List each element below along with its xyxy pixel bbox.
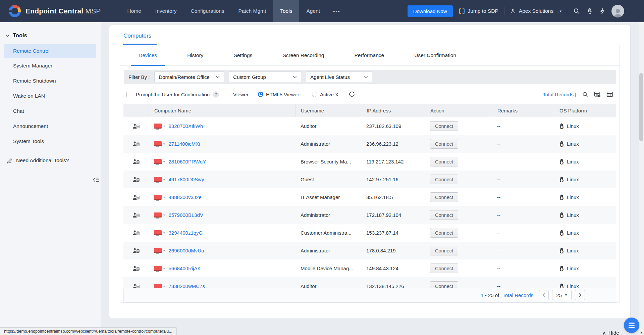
filter-select-custom-group[interactable]: Custom Group <box>229 71 301 82</box>
prev-page-button[interactable] <box>539 290 549 300</box>
nav-item-inventory[interactable]: Inventory <box>148 0 184 22</box>
monitor-dropdown-caret-icon[interactable]: ▾ <box>163 231 165 235</box>
remote-monitor-icon[interactable] <box>154 266 162 271</box>
tab-performance[interactable]: Performance <box>339 45 399 65</box>
radio-unselected-icon <box>312 92 317 97</box>
nav-item-configurations[interactable]: Configurations <box>184 0 231 22</box>
hide-control[interactable]: ∧ Hide <box>602 330 619 335</box>
nav-item-agent[interactable]: Agent <box>299 0 327 22</box>
table-search-icon[interactable] <box>582 91 588 98</box>
nav-item-patch-mgmt[interactable]: Patch Mgmt <box>231 0 273 22</box>
viewer-option-html5-viewer[interactable]: HTML5 Viewer <box>258 92 299 97</box>
computer-name-link[interactable]: 8328700XIkWh <box>169 123 203 129</box>
lightning-icon[interactable] <box>599 7 606 15</box>
filter-select-agent-live-status[interactable]: Agent Live Status <box>306 71 372 82</box>
nav-item-tools[interactable]: Tools <box>273 0 299 22</box>
computer-name-link[interactable]: 3294400z1qyG <box>169 230 203 236</box>
need-additional-tools-link[interactable]: Need Additional Tools? <box>0 157 101 163</box>
connect-button[interactable]: Connect <box>430 175 458 184</box>
computer-name-link[interactable]: 7338200wMC7s <box>169 283 205 288</box>
remote-monitor-icon[interactable] <box>154 212 162 218</box>
prompt-user-checkbox[interactable] <box>126 92 132 97</box>
table-row: ▾2711400icMXiAdministrator236.96.223.12C… <box>123 135 616 153</box>
ip-address-cell: 236.96.223.12 <box>361 135 425 153</box>
monitor-dropdown-caret-icon[interactable]: ▾ <box>163 249 165 252</box>
connect-button[interactable]: Connect <box>430 157 458 166</box>
remote-monitor-icon[interactable] <box>154 248 162 253</box>
next-page-button[interactable] <box>575 290 585 300</box>
refresh-icon[interactable] <box>348 91 355 98</box>
table-view-icon[interactable] <box>606 91 613 98</box>
whats-new-rocket-icon[interactable] <box>586 7 593 15</box>
remote-monitor-icon[interactable] <box>154 230 162 235</box>
main-nav: HomeInventoryConfigurationsPatch MgmtToo… <box>120 0 327 22</box>
help-icon[interactable]: ? <box>213 91 219 98</box>
tab-history[interactable]: History <box>172 45 218 65</box>
pagination-total-records-link[interactable]: Total Records <box>502 292 533 298</box>
connect-button[interactable]: Connect <box>430 246 458 255</box>
sidebar-item-remote-control[interactable]: Remote Control <box>4 44 96 58</box>
tab-user-confirmation[interactable]: User Confirmation <box>399 45 471 65</box>
tab-settings[interactable]: Settings <box>218 45 267 65</box>
jump-to-sdp-link[interactable]: Jump to SDP <box>459 8 498 14</box>
remote-monitor-icon[interactable] <box>154 159 162 164</box>
remote-monitor-icon[interactable] <box>154 195 162 200</box>
remote-monitor-icon[interactable] <box>154 124 162 129</box>
tab-devices[interactable]: Devices <box>123 45 172 65</box>
page-size-select[interactable]: 25 ▼ <box>552 290 572 300</box>
sidebar-item-system-tools[interactable]: System Tools <box>0 134 101 149</box>
connect-button[interactable]: Connect <box>430 121 458 131</box>
remote-monitor-icon[interactable] <box>154 141 162 146</box>
scrollbar-down-arrow[interactable]: ▼ <box>639 331 644 334</box>
monitor-dropdown-caret-icon[interactable]: ▾ <box>163 285 165 288</box>
computer-name-link[interactable]: 2810600PRWqY <box>169 159 206 164</box>
add-column-icon[interactable] <box>594 91 601 98</box>
sidebar-item-system-manager[interactable]: System Manager <box>0 58 101 73</box>
connect-button[interactable]: Connect <box>430 228 458 238</box>
computer-name-link[interactable]: 5668400RijAK <box>169 266 201 271</box>
sidebar-item-remote-shutdown[interactable]: Remote Shutdown <box>0 73 101 88</box>
total-records-link[interactable]: Total Records | <box>543 92 576 97</box>
remote-monitor-icon[interactable] <box>154 284 162 288</box>
connect-button[interactable]: Connect <box>430 281 458 288</box>
computer-name-link[interactable]: 4888300v3J2e <box>169 194 202 200</box>
page-scrollbar[interactable]: ▼ <box>639 22 644 335</box>
download-now-button[interactable]: Download Now <box>408 5 453 17</box>
sidebar-item-chat[interactable]: Chat <box>0 103 101 118</box>
viewer-label: Viewer : <box>233 92 251 97</box>
monitor-dropdown-caret-icon[interactable]: ▾ <box>163 213 165 217</box>
monitor-dropdown-caret-icon[interactable]: ▾ <box>163 178 165 181</box>
scrollbar-thumb[interactable] <box>639 73 643 141</box>
need-additional-tools-label: Need Additional Tools? <box>16 157 69 163</box>
tab-computers[interactable]: Computers <box>123 33 157 45</box>
quick-menu-fab[interactable] <box>624 318 639 333</box>
sidebar-item-announcement[interactable]: Announcement <box>0 118 101 134</box>
remote-monitor-icon[interactable] <box>154 177 162 182</box>
monitor-dropdown-caret-icon[interactable]: ▾ <box>163 160 165 163</box>
filter-select-domain-remote-office[interactable]: Domain/Remote Office <box>154 71 224 82</box>
linux-penguin-icon <box>559 123 564 129</box>
account-menu[interactable]: Apex Solutions ⌄▾ <box>510 8 561 14</box>
viewer-option-active-x[interactable]: Active X <box>312 92 338 97</box>
computer-name-link[interactable]: 4917800D0Swy <box>169 177 204 182</box>
nav-more-button[interactable]: ••• <box>327 8 346 14</box>
connect-button[interactable]: Connect <box>430 264 458 273</box>
apps-grid-icon[interactable] <box>630 8 637 14</box>
monitor-dropdown-caret-icon[interactable]: ▾ <box>163 125 165 128</box>
profile-avatar[interactable] <box>611 5 624 17</box>
sidebar-collapse-icon[interactable] <box>93 177 99 182</box>
nav-item-home[interactable]: Home <box>120 0 148 22</box>
computer-name-link[interactable]: 2696000dMvUu <box>169 248 204 253</box>
monitor-dropdown-caret-icon[interactable]: ▾ <box>163 196 165 199</box>
search-icon[interactable] <box>573 7 580 15</box>
monitor-dropdown-caret-icon[interactable]: ▾ <box>163 142 165 146</box>
connect-button[interactable]: Connect <box>430 192 458 202</box>
computer-name-link[interactable]: 6579000BL3dV <box>169 212 203 218</box>
sidebar-item-wake-on-lan[interactable]: Wake on LAN <box>0 88 101 103</box>
connect-button[interactable]: Connect <box>430 210 458 220</box>
tab-screen-recording[interactable]: Screen Recording <box>267 45 339 65</box>
computer-name-link[interactable]: 2711400icMXi <box>169 141 200 147</box>
connect-button[interactable]: Connect <box>430 139 458 149</box>
monitor-dropdown-caret-icon[interactable]: ▾ <box>163 267 165 270</box>
sidebar-section-tools[interactable]: Tools <box>0 22 101 39</box>
